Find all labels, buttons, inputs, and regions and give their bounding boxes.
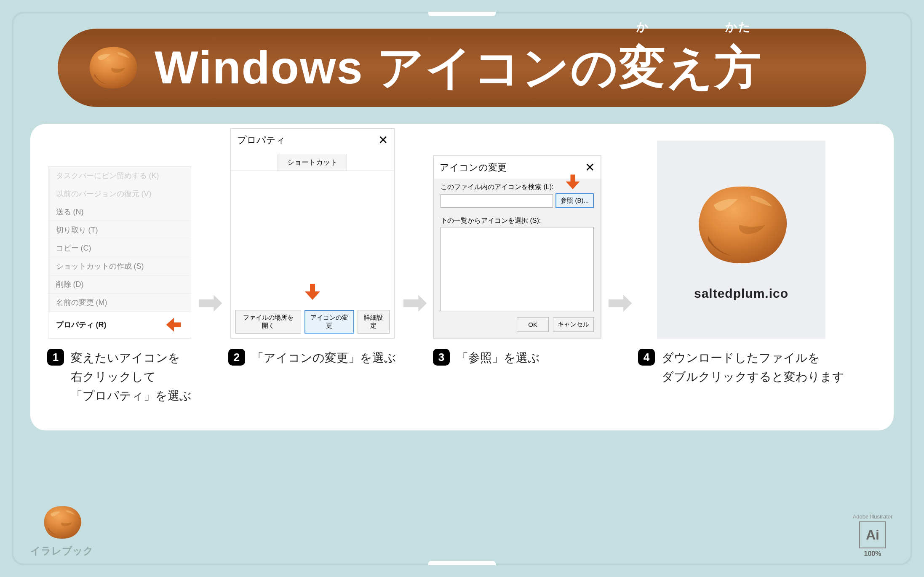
ruby-ka: か [636,19,649,35]
footer-brand-label: イラレブック [30,544,93,558]
browse-button[interactable]: 参照 (B)... [555,193,594,208]
arrow-down-icon [302,281,323,302]
title-main: Windows アイコンの [155,37,619,99]
ctx-item[interactable]: 名前の変更 (M) [48,294,191,312]
ctx-item[interactable]: コピー (C) [48,239,191,257]
step-caption-text: 「アイコンの変更」を選ぶ [252,349,396,368]
step-3-caption: 3 「参照」を選ぶ [433,349,601,368]
step-3: アイコンの変更 ✕ このファイル内のアイコンを検索 (L): 参照 (B)...… [433,141,601,368]
context-menu: タスクバーにピン留めする (K) 以前のバージョンの復元 (V) 送る (N) … [48,166,191,339]
ctx-item[interactable]: 以前のバージョンの復元 (V) [48,185,191,203]
step-caption-text: 「参照」を選ぶ [457,349,540,368]
plum-icon [39,502,85,542]
arrow-separator-icon: ➡ [198,285,222,320]
change-icon-button[interactable]: アイコンの変更 [304,310,354,334]
step-1: タスクバーにピン留めする (K) 以前のバージョンの復元 (V) 送る (N) … [47,141,192,405]
step-2: プロパティ ✕ ショートカット ファイルの場所を開く アイコンの変更 [228,141,396,368]
arrow-down-icon [563,172,582,191]
dialog-button-row: OK キャンセル [434,317,601,338]
ctx-item[interactable]: ショットカットの作成 (S) [48,257,191,275]
dialog-button-row: ファイルの場所を開く アイコンの変更 詳細設定 [231,306,394,338]
result-panel: saltedplum.ico [657,141,825,339]
ai-badge: Adobe Illustrator Ai 100% [852,513,894,558]
dialog-title: プロパティ [237,134,286,147]
step-number: 4 [638,349,655,366]
step-caption-text: ダウンロードしたファイルを ダブルクリックすると変わります [662,349,844,387]
step-4: saltedplum.ico 4 ダウンロードしたファイルを ダブルクリックする… [638,141,844,387]
icon-path-input[interactable] [441,194,553,208]
title-banner: Windows アイコンの か 変 え かた 方 [58,29,866,107]
ai-percent: 100% [852,550,894,558]
dialog-titlebar: プロパティ ✕ [231,129,394,151]
plum-icon [686,179,796,271]
close-icon[interactable]: ✕ [378,133,388,147]
title-kae: 変 [619,41,666,93]
change-icon-dialog: アイコンの変更 ✕ このファイル内のアイコンを検索 (L): 参照 (B)...… [433,155,601,339]
footer-brand: イラレブック [30,502,93,558]
step-2-visual: プロパティ ✕ ショートカット ファイルの場所を開く アイコンの変更 [228,141,396,339]
step-2-caption: 2 「アイコンの変更」を選ぶ [228,349,396,368]
plum-icon [83,43,142,93]
ruby-kata: かた [725,19,751,35]
arrow-separator-icon: ➡ [402,285,427,320]
ctx-item-properties[interactable]: プロパティ (R) [48,312,191,338]
step-4-caption: 4 ダウンロードしたファイルを ダブルクリックすると変わります [638,349,844,387]
advanced-button[interactable]: 詳細設定 [358,310,390,334]
tab-shortcut[interactable]: ショートカット [278,154,347,171]
ai-logo-icon: Ai [859,521,886,548]
ctx-item[interactable]: 切り取り (T) [48,221,191,239]
dialog-title: アイコンの変更 [440,161,507,174]
icon-list[interactable] [441,227,594,311]
ai-label: Adobe Illustrator [852,513,894,520]
dialog-tabs: ショートカット [231,151,394,171]
title-kata: 方 [715,41,762,93]
title-text: Windows アイコンの か 変 え かた 方 [155,37,762,99]
step-number: 3 [433,349,450,366]
select-label: 下の一覧からアイコンを選択 (S): [434,212,601,227]
search-input-row: 参照 (B)... [434,193,601,212]
arrow-separator-icon: ➡ [607,285,632,320]
top-notch [428,12,496,16]
step-4-visual: saltedplum.ico [638,141,844,339]
title-e: え [666,37,715,99]
bottom-notch [428,561,496,565]
step-1-caption: 1 変えたいアイコンを 右クリックして 「プロパティ」を選ぶ [47,349,192,405]
ok-button[interactable]: OK [517,317,549,332]
open-location-button[interactable]: ファイルの場所を開く [235,310,301,334]
footer: イラレブック Adobe Illustrator Ai 100% [30,502,894,558]
step-3-visual: アイコンの変更 ✕ このファイル内のアイコンを検索 (L): 参照 (B)...… [433,141,601,339]
step-1-visual: タスクバーにピン留めする (K) 以前のバージョンの復元 (V) 送る (N) … [47,141,192,339]
dialog-body [231,171,394,306]
properties-dialog: プロパティ ✕ ショートカット ファイルの場所を開く アイコンの変更 [230,128,395,339]
ctx-item-label: プロパティ (R) [56,320,107,330]
result-filename: saltedplum.ico [694,286,788,301]
tutorial-frame: Windows アイコンの か 変 え かた 方 タスクバーにピン留めする (K… [12,12,912,565]
step-caption-text: 変えたいアイコンを 右クリックして 「プロパティ」を選ぶ [71,349,192,405]
ctx-item[interactable]: 削除 (D) [48,275,191,294]
close-icon[interactable]: ✕ [585,160,595,174]
step-number: 2 [228,349,245,366]
ctx-item[interactable]: 送る (N) [48,203,191,221]
ctx-item[interactable]: タスクバーにピン留めする (K) [48,167,191,185]
arrow-left-icon [165,315,183,334]
step-number: 1 [47,349,64,366]
cancel-button[interactable]: キャンセル [553,317,594,332]
content-card: タスクバーにピン留めする (K) 以前のバージョンの復元 (V) 送る (N) … [30,124,894,430]
